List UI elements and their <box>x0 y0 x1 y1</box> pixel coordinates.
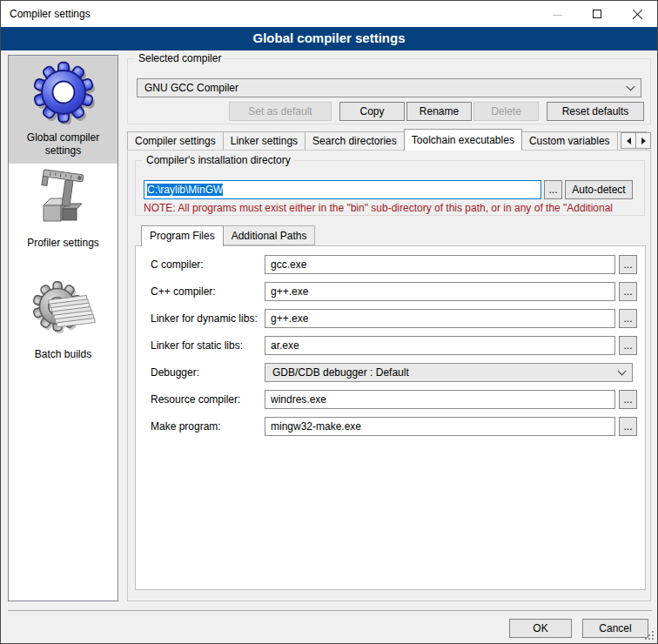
resource-compiler-input[interactable] <box>265 390 615 409</box>
resize-grip-icon[interactable] <box>652 638 654 640</box>
debugger-select[interactable]: GDB/CDB debugger : Default <box>265 363 633 382</box>
selected-compiler-group: Selected compiler GNU GCC Compiler Set a… <box>127 58 651 124</box>
tab-additional-paths[interactable]: Additional Paths <box>223 225 316 245</box>
resource-compiler-label: Resource compiler: <box>151 393 240 406</box>
cancel-button[interactable]: Cancel <box>582 619 648 638</box>
rename-button[interactable]: Rename <box>406 102 472 121</box>
make-program-browse-button[interactable]: ... <box>619 417 637 436</box>
toolchain-executables-page: Compiler's installation directory C:\ray… <box>127 150 651 601</box>
static-linker-row: Linker for static libs: ... <box>136 336 645 355</box>
installation-directory-input[interactable]: C:\raylib\MinGW <box>144 180 541 199</box>
installation-note: NOTE: All programs must exist either in … <box>144 202 651 214</box>
sidebar: Global compiler settings <box>8 55 118 601</box>
chevron-down-icon <box>627 82 635 91</box>
compiler-buttons-row: Set as default Copy Rename Delete Reset … <box>137 102 644 121</box>
static-linker-label: Linker for static libs: <box>151 339 243 352</box>
compiler-select[interactable]: GNU GCC Compiler <box>137 78 641 97</box>
tab-scroll-buttons <box>621 132 651 149</box>
resource-compiler-browse-button[interactable]: ... <box>619 390 637 409</box>
dynamic-linker-row: Linker for dynamic libs: ... <box>136 309 645 328</box>
debugger-row: Debugger: GDB/CDB debugger : Default <box>136 363 645 382</box>
compiler-settings-window: Compiler settings Global compiler settin… <box>0 0 658 644</box>
titlebar: Compiler settings <box>1 1 657 27</box>
cpp-compiler-row: C++ compiler: ... <box>136 282 645 301</box>
window-title: Compiler settings <box>10 1 91 27</box>
tab-scroll-right-button[interactable] <box>635 132 651 149</box>
program-files-tabbar: Program Files Additional Paths <box>141 225 314 246</box>
program-files-page: C compiler: ... C++ compiler: ... Linker… <box>135 245 646 590</box>
caliper-icon <box>35 169 92 232</box>
gear-blue-icon <box>31 60 96 127</box>
delete-button[interactable]: Delete <box>473 102 539 121</box>
auto-detect-button[interactable]: Auto-detect <box>565 180 633 199</box>
dynamic-linker-browse-button[interactable]: ... <box>619 309 637 328</box>
cpp-compiler-label: C++ compiler: <box>151 285 216 298</box>
selected-compiler-group-label: Selected compiler <box>135 52 225 64</box>
make-program-row: Make program: ... <box>136 417 645 436</box>
resource-compiler-row: Resource compiler: ... <box>136 390 645 409</box>
sidebar-item-batch-builds[interactable]: Batch builds <box>9 274 118 372</box>
minimize-button[interactable] <box>537 1 577 27</box>
caption-buttons <box>537 1 657 27</box>
installation-directory-group: Compiler's installation directory C:\ray… <box>135 160 645 216</box>
tab-custom-variables[interactable]: Custom variables <box>521 131 618 151</box>
browse-directory-button[interactable]: ... <box>544 180 562 199</box>
tab-linker-settings[interactable]: Linker settings <box>223 131 306 151</box>
gear-stack-icon <box>31 278 96 344</box>
tab-program-files[interactable]: Program Files <box>141 225 224 246</box>
c-compiler-row: C compiler: ... <box>136 255 645 274</box>
compiler-select-value: GNU GCC Compiler <box>144 82 628 94</box>
make-program-label: Make program: <box>151 420 221 433</box>
c-compiler-browse-button[interactable]: ... <box>619 255 637 274</box>
reset-defaults-button[interactable]: Reset defaults <box>547 102 644 121</box>
sidebar-item-label: Batch builds <box>30 344 97 361</box>
cpp-compiler-input[interactable] <box>265 282 615 301</box>
c-compiler-input[interactable] <box>265 255 615 274</box>
tab-toolchain-executables[interactable]: Toolchain executables <box>404 129 522 151</box>
minimize-icon <box>553 15 562 16</box>
arrow-right-icon <box>641 138 646 144</box>
maximize-button[interactable] <box>577 1 617 27</box>
static-linker-input[interactable] <box>265 336 615 355</box>
footer-separator <box>8 610 652 611</box>
close-button[interactable] <box>617 1 657 27</box>
settings-tabbar: Compiler settings Linker settings Search… <box>127 129 652 151</box>
tab-search-directories[interactable]: Search directories <box>305 131 405 151</box>
sidebar-item-profiler-settings[interactable]: Profiler settings <box>9 164 118 262</box>
tab-compiler-settings[interactable]: Compiler settings <box>127 131 224 151</box>
dynamic-linker-input[interactable] <box>265 309 615 328</box>
debugger-label: Debugger: <box>151 366 199 379</box>
chevron-down-icon <box>618 366 627 375</box>
make-program-input[interactable] <box>265 417 615 436</box>
arrow-left-icon <box>627 138 631 144</box>
maximize-icon <box>593 10 601 18</box>
c-compiler-label: C compiler: <box>151 258 204 271</box>
ok-button[interactable]: OK <box>509 619 572 638</box>
dynamic-linker-label: Linker for dynamic libs: <box>151 312 258 325</box>
installation-directory-value: C:\raylib\MinGW <box>147 184 223 196</box>
static-linker-browse-button[interactable]: ... <box>619 336 637 355</box>
sidebar-item-label: Global compiler settings <box>9 127 118 158</box>
page-title: Global compiler settings <box>1 27 657 50</box>
debugger-select-value: GDB/CDB debugger : Default <box>272 366 619 379</box>
installation-directory-group-label: Compiler's installation directory <box>143 154 294 166</box>
close-icon <box>632 9 643 20</box>
cpp-compiler-browse-button[interactable]: ... <box>619 282 637 301</box>
tab-scroll-left-button[interactable] <box>621 132 636 149</box>
copy-button[interactable]: Copy <box>339 102 405 121</box>
sidebar-item-global-compiler-settings[interactable]: Global compiler settings <box>9 56 118 164</box>
sidebar-item-label: Profiler settings <box>22 232 104 250</box>
set-as-default-button[interactable]: Set as default <box>229 102 332 121</box>
